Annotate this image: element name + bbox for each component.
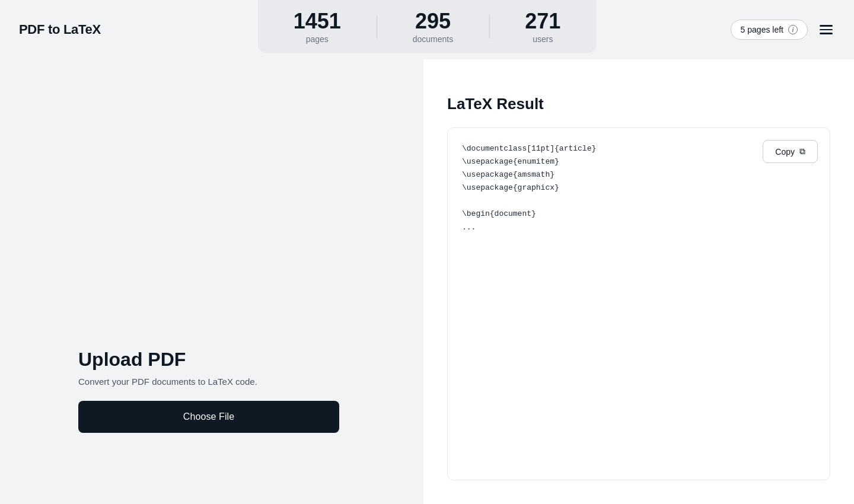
stat-pages-number: 1451: [294, 9, 341, 33]
upload-title: Upload PDF: [78, 349, 186, 371]
stats-bar: 1451 pages 295 documents 271 users: [258, 0, 597, 53]
main-layout: Upload PDF Convert your PDF documents to…: [0, 59, 854, 504]
stat-users-number: 271: [525, 9, 560, 33]
upload-subtitle: Convert your PDF documents to LaTeX code…: [78, 377, 257, 387]
stat-documents-number: 295: [415, 9, 451, 33]
stat-pages: 1451 pages: [294, 9, 341, 44]
info-icon[interactable]: i: [788, 25, 798, 34]
right-panel: LaTeX Result \documentclass[11pt]{articl…: [423, 59, 854, 504]
header-right: 5 pages left i: [731, 20, 835, 40]
pages-left-text: 5 pages left: [741, 25, 783, 34]
logo: PDF to LaTeX: [19, 22, 101, 37]
result-title: LaTeX Result: [447, 95, 830, 113]
copy-button[interactable]: Copy ⧉: [763, 140, 818, 163]
left-panel: Upload PDF Convert your PDF documents to…: [0, 59, 423, 504]
stat-documents: 295 documents: [413, 9, 453, 44]
latex-code-output: \documentclass[11pt]{article} \usepackag…: [462, 142, 815, 465]
copy-icon: ⧉: [799, 146, 805, 157]
stat-users-label: users: [533, 34, 553, 44]
copy-button-label: Copy: [775, 147, 795, 157]
stat-users: 271 users: [525, 9, 560, 44]
header: PDF to LaTeX 1451 pages 295 documents 27…: [0, 0, 854, 59]
pages-left-badge[interactable]: 5 pages left i: [731, 20, 808, 40]
stat-pages-label: pages: [306, 34, 329, 44]
stat-divider-1: [377, 15, 377, 39]
stat-divider-2: [489, 15, 489, 39]
result-box: \documentclass[11pt]{article} \usepackag…: [447, 127, 830, 480]
choose-file-button[interactable]: Choose File: [78, 401, 339, 433]
hamburger-menu-icon[interactable]: [817, 23, 835, 37]
stat-documents-label: documents: [413, 34, 453, 44]
